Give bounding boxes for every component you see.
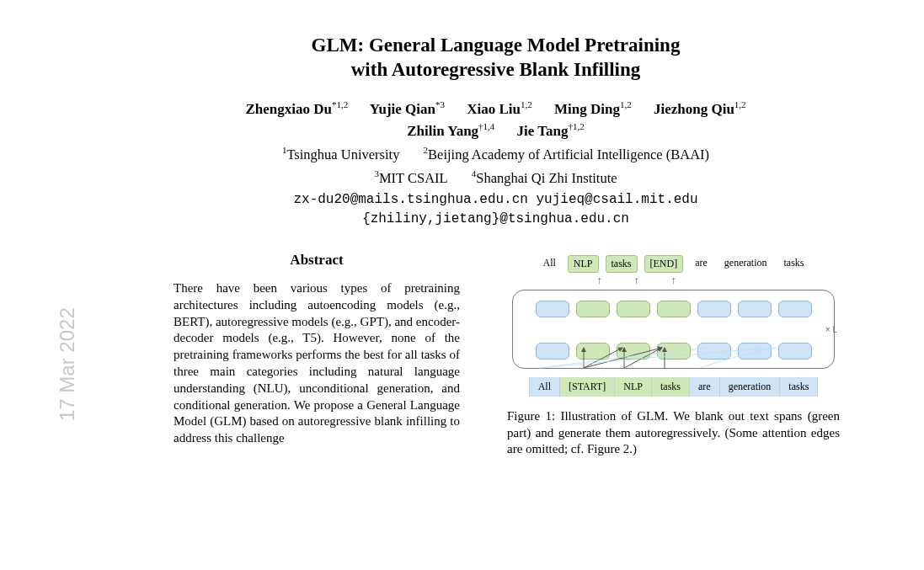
author: Yujie Qian xyxy=(370,100,435,116)
figure-top-layer xyxy=(523,301,824,317)
fig-token: tasks xyxy=(652,377,690,397)
fig-token: NLP xyxy=(568,255,599,273)
affiliations-row-2: 3MIT CSAIL 4Shanghai Qi Zhi Institute xyxy=(152,167,840,189)
author: Jiezhong Qiu xyxy=(654,100,734,116)
figure-model-box: × L xyxy=(512,290,835,369)
fig-token: tasks xyxy=(778,255,809,273)
fig-token: All xyxy=(529,377,560,397)
layer-node xyxy=(536,301,569,317)
figure-column: All NLP tasks [END] are generation tasks… xyxy=(507,252,840,458)
author: Zhilin Yang xyxy=(407,122,478,138)
layer-node xyxy=(697,301,731,317)
layer-node xyxy=(617,343,650,360)
arrow-up-icon: ↑ xyxy=(622,276,652,288)
author: Xiao Liu xyxy=(467,100,521,116)
figure-output-tokens: All NLP tasks [END] are generation tasks xyxy=(507,255,840,273)
layer-node xyxy=(738,343,772,360)
paper-title: GLM: General Language Model Pretraining … xyxy=(152,34,840,83)
authors-row-1: Zhengxiao Du*1,2 Yujie Qian*3 Xiao Liu1,… xyxy=(152,98,840,120)
layer-node xyxy=(617,301,650,317)
layer-node xyxy=(778,301,812,317)
arrow-up-icon: ↑ xyxy=(659,276,689,288)
arxiv-date-watermark: 17 Mar 2022 xyxy=(56,307,79,421)
layer-repeat-label: × L xyxy=(825,325,837,334)
layer-node xyxy=(697,343,731,360)
title-line-2: with Autoregressive Blank Infilling xyxy=(351,59,641,80)
layer-node xyxy=(657,301,691,317)
layer-node xyxy=(536,343,569,360)
title-line-1: GLM: General Language Model Pretraining xyxy=(312,35,681,56)
fig-token: tasks xyxy=(606,255,638,273)
email-line-1: zx-du20@mails.tsinghua.edu.cn yujieq@csa… xyxy=(152,190,840,209)
fig-token: are xyxy=(690,255,713,273)
fig-token: NLP xyxy=(615,377,652,397)
email-line-2: {zhiliny,jietang}@tsinghua.edu.cn xyxy=(152,210,840,228)
layer-node xyxy=(576,301,610,317)
fig-token: tasks xyxy=(780,377,818,397)
layer-node xyxy=(657,343,691,360)
affiliations-row-1: 1Tsinghua University 2Beijing Academy of… xyxy=(152,143,840,165)
layer-node xyxy=(576,343,610,360)
abstract-column: Abstract There have been various types o… xyxy=(152,252,482,458)
figure-caption: Figure 1: Illustration of GLM. We blank … xyxy=(507,408,840,458)
figure-up-arrows: ↑ ↑ ↑ xyxy=(507,276,840,288)
fig-token: are xyxy=(690,377,720,397)
figure-bottom-layer xyxy=(523,343,824,360)
emails: zx-du20@mails.tsinghua.edu.cn yujieq@csa… xyxy=(152,190,840,228)
author: Zhengxiao Du xyxy=(245,100,332,116)
fig-token: generation xyxy=(719,255,772,273)
fig-token: [START] xyxy=(560,377,615,397)
abstract-body: There have been various types of pretrai… xyxy=(152,280,482,447)
author: Ming Ding xyxy=(554,100,620,116)
fig-token: All xyxy=(538,255,561,273)
layer-node xyxy=(738,301,772,317)
author: Jie Tang xyxy=(517,122,569,138)
arrow-up-icon: ↑ xyxy=(585,276,615,288)
layer-node xyxy=(778,343,812,360)
figure-input-tokens: All [START] NLP tasks are generation tas… xyxy=(507,377,840,397)
paper-page: GLM: General Language Model Pretraining … xyxy=(0,0,924,458)
fig-token: generation xyxy=(720,377,781,397)
authors-row-2: Zhilin Yang†1,4 Jie Tang†1,2 xyxy=(152,120,840,141)
fig-token: [END] xyxy=(644,255,684,273)
abstract-heading: Abstract xyxy=(152,252,482,269)
